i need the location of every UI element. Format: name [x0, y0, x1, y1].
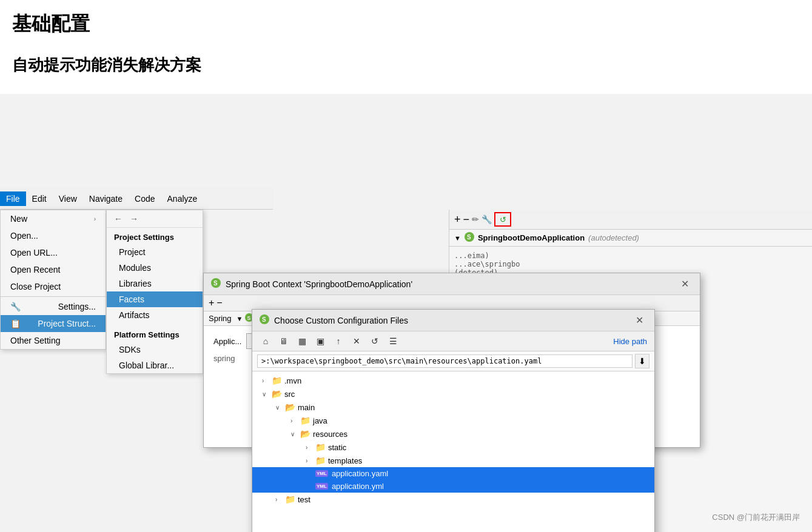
config-menu-btn[interactable]: ☰ — [384, 334, 401, 348]
folder-icon-resources: 📂 — [300, 429, 310, 439]
config-upload-btn[interactable]: ↑ — [330, 334, 347, 348]
nav-back-btn[interactable]: ← — [112, 213, 125, 225]
config-refresh-btn[interactable]: ↺ — [366, 334, 383, 348]
tree-item-application-yml[interactable]: YML application.yml — [252, 480, 654, 493]
config-dialog-title-bar: S Choose Custom Configuration Files ✕ — [252, 310, 654, 331]
menu-navigate[interactable]: Navigate — [83, 191, 129, 206]
folder-icon-src: 📂 — [272, 389, 282, 399]
tree-item-main[interactable]: ∨ 📂 main — [252, 401, 654, 414]
rp-minus-btn[interactable]: − — [463, 213, 470, 226]
tree-label-java: java — [313, 416, 327, 425]
ps-item-project[interactable]: Project — [107, 244, 203, 260]
tree-label-resources: resources — [313, 430, 347, 439]
tree-label-test: test — [298, 495, 310, 504]
config-path-input[interactable] — [257, 354, 632, 368]
tree-item-static[interactable]: › 📁 static — [252, 441, 654, 454]
spring-dialog-title-text: Spring Boot Context 'SpringbootDemoAppli… — [226, 279, 412, 289]
rp-plus-btn[interactable]: + — [454, 213, 461, 226]
menu-code[interactable]: Code — [129, 191, 161, 206]
tree-item-test[interactable]: › 📁 test — [252, 493, 654, 506]
file-dropdown: New › Open... 📂 Open URL... Open Recent … — [0, 210, 106, 350]
right-panel-toolbar: + − ✏ 🔧 ↺ — [449, 210, 812, 230]
folder-icon-java: 📁 — [300, 416, 310, 425]
rp-line2: ...ace\springbo — [454, 260, 807, 268]
menu-settings-label: Settings... — [58, 302, 96, 311]
ps-item-libraries[interactable]: Libraries — [107, 276, 203, 291]
config-grid1-btn[interactable]: ▦ — [294, 334, 310, 348]
menu-open-recent-label: Open Recent — [10, 265, 61, 274]
spring-dialog-close-btn[interactable]: ✕ — [677, 277, 693, 291]
config-delete-btn[interactable]: ✕ — [348, 334, 365, 348]
page-subtitle: 自动提示功能消失解决方案 — [12, 55, 201, 76]
menu-settings[interactable]: 🔧 Settings... — [1, 298, 106, 315]
tree-label-static: static — [328, 443, 346, 452]
menu-open-recent[interactable]: Open Recent — [1, 261, 106, 278]
ps-item-facets[interactable]: Facets — [107, 291, 203, 307]
spring-dialog-spring-icon: S — [211, 278, 221, 290]
menu-new[interactable]: New › — [1, 210, 106, 227]
yml-file-icon: YML — [315, 483, 329, 490]
rp-spring-icon: S — [465, 232, 474, 244]
spring-dialog-title-bar: S Spring Boot Context 'SpringbootDemoApp… — [204, 273, 700, 295]
page-title: 基础配置 — [12, 11, 90, 38]
ps-item-modules[interactable]: Modules — [107, 260, 203, 276]
config-monitor-btn[interactable]: 🖥 — [275, 334, 292, 348]
tree-arrow-java: › — [290, 417, 298, 424]
menu-view[interactable]: View — [53, 191, 83, 206]
custom-config-dialog: S Choose Custom Configuration Files ✕ ⌂ … — [252, 309, 655, 532]
ps-item-artifacts[interactable]: Artifacts — [107, 307, 203, 323]
tree-arrow-main: ∨ — [275, 404, 283, 411]
folder-icon-mvn: 📁 — [272, 376, 282, 385]
nav-forward-btn[interactable]: → — [127, 213, 141, 225]
menu-new-label: New — [10, 214, 27, 224]
tree-item-src[interactable]: ∨ 📂 src — [252, 387, 654, 401]
config-home-btn[interactable]: ⌂ — [257, 334, 274, 348]
spring-plus-btn[interactable]: + — [209, 298, 214, 308]
tree-arrow-resources: ∨ — [290, 431, 298, 437]
folder-icon-main: 📂 — [285, 402, 295, 412]
menu-edit[interactable]: Edit — [26, 191, 53, 206]
menu-other-setting-label: Other Setting — [10, 336, 61, 345]
menu-analyze[interactable]: Analyze — [161, 191, 204, 206]
rp-wrench-btn[interactable]: 🔧 — [481, 214, 492, 224]
tree-arrow-test: › — [275, 496, 283, 503]
nav-area: ← → — [107, 210, 203, 228]
yml-badge: YML — [315, 483, 328, 490]
folder-icon-test: 📁 — [285, 494, 295, 504]
tree-item-templates[interactable]: › 📁 templates — [252, 454, 654, 467]
config-grid2-btn[interactable]: ▣ — [312, 334, 329, 348]
config-path-download-btn[interactable]: ⬇ — [635, 354, 649, 368]
ps-item-global-libs[interactable]: Global Librar... — [107, 357, 203, 373]
rp-reload-btn[interactable]: ↺ — [494, 212, 511, 227]
tree-item-application-yaml[interactable]: YML application.yaml — [252, 467, 654, 480]
spring-minus-btn[interactable]: − — [216, 298, 222, 308]
menu-bar: File Edit View Navigate Code Analyze — [0, 188, 273, 210]
tree-item-resources[interactable]: ∨ 📂 resources — [252, 427, 654, 441]
menu-file[interactable]: File — [0, 191, 26, 206]
ps-item-sdks[interactable]: SDKs — [107, 342, 203, 357]
tree-arrow-static: › — [306, 444, 313, 451]
tree-item-java[interactable]: › 📁 java — [252, 414, 654, 427]
rp-pencil-btn[interactable]: ✏ — [472, 214, 479, 224]
config-dialog-spring-icon: S — [260, 314, 269, 326]
menu-other-setting[interactable]: Other Setting — [1, 332, 106, 349]
svg-text:S: S — [247, 315, 251, 321]
config-dialog-title: S Choose Custom Configuration Files — [260, 314, 408, 326]
folder-icon-templates: 📁 — [315, 456, 326, 465]
menu-new-arrow: › — [94, 216, 96, 222]
menu-open[interactable]: Open... 📂 — [1, 227, 106, 244]
menu-close-project[interactable]: Close Project — [1, 278, 106, 295]
menu-close-label: Close Project — [10, 282, 61, 291]
menu-open-label: Open... — [10, 231, 38, 241]
tree-label-main: main — [298, 403, 315, 412]
config-path-bar: ⬇ — [252, 351, 654, 371]
menu-project-struct[interactable]: 📋 Project Struct... — [1, 315, 106, 332]
menu-open-url[interactable]: Open URL... — [1, 244, 106, 261]
tree-label-templates: templates — [328, 456, 362, 465]
config-hide-path-btn[interactable]: Hide path — [611, 336, 649, 347]
config-dialog-close-btn[interactable]: ✕ — [632, 313, 647, 327]
project-struct-icon: 📋 — [10, 319, 21, 328]
tree-item-mvn[interactable]: › 📁 .mvn — [252, 374, 654, 387]
spring-applic-label: Applic... — [213, 337, 241, 346]
spring-dialog-title: S Spring Boot Context 'SpringbootDemoApp… — [211, 278, 412, 290]
